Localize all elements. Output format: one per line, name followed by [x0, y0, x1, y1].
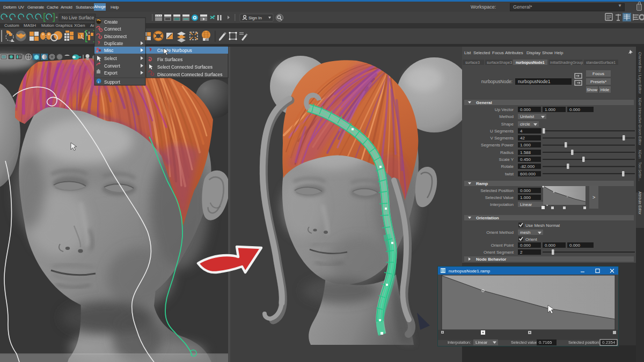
- svg-text:0.000: 0.000: [520, 188, 531, 193]
- svg-text:1.000: 1.000: [520, 143, 531, 147]
- svg-text:XGen: XGen: [638, 150, 642, 159]
- svg-text:Segments Power: Segments Power: [481, 143, 514, 147]
- svg-text:Linear: Linear: [520, 202, 532, 207]
- svg-text:No Live Surface: No Live Surface: [62, 15, 94, 20]
- svg-text:Channel Box / Layer Editor: Channel Box / Layer Editor: [638, 52, 642, 94]
- svg-text:Rotate: Rotate: [501, 164, 514, 169]
- svg-text:nurbopusNode1.ramp: nurbopusNode1.ramp: [449, 269, 491, 274]
- svg-text:Orient: Orient: [525, 237, 538, 242]
- svg-text:42: 42: [520, 136, 525, 141]
- svg-text:V Segments: V Segments: [490, 136, 514, 141]
- svg-text:mesh: mesh: [520, 230, 531, 235]
- svg-text:Sign In: Sign In: [248, 16, 262, 20]
- svg-text:0.000: 0.000: [569, 107, 581, 112]
- svg-text:Orient Point: Orient Point: [491, 243, 514, 248]
- svg-text:Use Mesh Normal: Use Mesh Normal: [525, 223, 560, 228]
- svg-text:U Segments: U Segments: [490, 129, 514, 134]
- svg-text:Attribute Editor: Attribute Editor: [638, 191, 642, 215]
- svg-text:twist: twist: [505, 172, 514, 176]
- svg-text:Interpolation:: Interpolation:: [448, 340, 471, 345]
- svg-text:Orient Method: Orient Method: [486, 230, 514, 235]
- svg-text:XGen Interactive Groom Editor: XGen Interactive Groom Editor: [638, 98, 642, 146]
- svg-text:>: >: [592, 195, 595, 200]
- svg-text:Shape: Shape: [501, 122, 514, 127]
- svg-text:Untwist: Untwist: [520, 114, 535, 119]
- svg-text:Node Behavior: Node Behavior: [476, 257, 506, 262]
- svg-text:Selected Value: Selected Value: [485, 195, 514, 200]
- svg-text:2: 2: [520, 250, 523, 255]
- svg-text:Orientation: Orientation: [476, 216, 499, 220]
- svg-text:0.000: 0.000: [520, 107, 531, 112]
- svg-text:Linear: Linear: [475, 340, 488, 345]
- svg-text:Up Vector: Up Vector: [495, 107, 514, 112]
- svg-text:1.000: 1.000: [520, 195, 531, 200]
- svg-text:Scale Y: Scale Y: [499, 157, 514, 162]
- svg-text:0.2354: 0.2354: [602, 340, 616, 345]
- svg-text:-82.000: -82.000: [520, 164, 535, 169]
- svg-text:Interpolation: Interpolation: [490, 202, 514, 207]
- svg-text:0.000: 0.000: [545, 243, 556, 248]
- svg-text:0.000: 0.000: [520, 243, 531, 248]
- svg-text:0.000: 0.000: [569, 243, 581, 248]
- svg-text:0.450: 0.450: [520, 157, 531, 162]
- svg-text:Selected Position: Selected Position: [480, 188, 514, 193]
- svg-text:Ramp: Ramp: [476, 181, 488, 186]
- svg-text:Method: Method: [499, 114, 514, 119]
- svg-text:Selected position:: Selected position:: [568, 340, 600, 345]
- svg-text:600.000: 600.000: [520, 172, 536, 176]
- svg-text:circle: circle: [520, 122, 530, 127]
- svg-text:1.000: 1.000: [545, 107, 556, 112]
- svg-text:Orient Segment: Orient Segment: [484, 250, 514, 255]
- svg-text:0.7165: 0.7165: [539, 340, 552, 345]
- svg-text:4: 4: [520, 129, 523, 134]
- svg-text:Selected value:: Selected value:: [511, 340, 538, 345]
- svg-text:Radius: Radius: [500, 150, 514, 155]
- svg-text:Tool Settin...: Tool Settin...: [638, 162, 642, 181]
- svg-text:1.588: 1.588: [520, 150, 531, 155]
